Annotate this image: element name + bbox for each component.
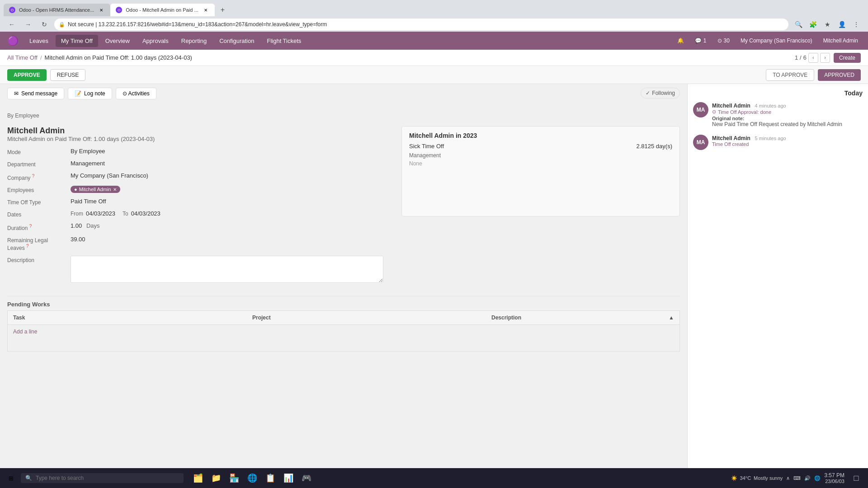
date-to-value[interactable]: 04/03/2023 [131,210,160,217]
description-field: Description [7,256,383,284]
refresh-button[interactable]: ↻ [38,18,51,31]
remaining-value: 39.00 [71,236,383,243]
browser-tab-2[interactable]: O Odoo - Mitchell Admin on Paid ... ✕ [110,4,214,16]
date-from-label: From [71,211,83,217]
browser-tab-1[interactable]: O Odoo - Open HRMS Attendance... ✕ [4,4,110,16]
nav-item-configuration[interactable]: Configuration [214,35,259,47]
taskbar-icon-game[interactable]: 🎮 [298,470,315,486]
mode-value[interactable]: By Employee [71,148,383,155]
tab-title-1: Odoo - Open HRMS Attendance... [19,7,94,13]
time-off-type-field: Time Off Type Paid Time Off [7,198,383,206]
record-subtitle: Mitchell Admin on Paid Time Off: 1.00 da… [7,136,383,142]
company-selector[interactable]: My Company (San Francisco) [738,36,815,46]
following-button[interactable]: ✓ Following [641,88,680,99]
approve-button[interactable]: APPROVE [7,69,47,81]
network-icon[interactable]: 🌐 [814,475,821,481]
duration-number[interactable]: 1.00 [71,222,82,229]
company-value[interactable]: My Company (San Francisco) [71,172,383,179]
user-menu[interactable]: Mitchell Admin [821,36,861,46]
keyboard-icon[interactable]: ⌨ [793,475,801,481]
taskbar-search-icon: 🔍 [25,475,32,481]
approved-button[interactable]: APPROVED [818,69,861,81]
nav-item-reporting[interactable]: Reporting [176,35,212,47]
employee-tag[interactable]: ● Mitchell Admin ✕ [71,186,120,193]
log-note-button[interactable]: 📝 Log note [68,88,112,99]
status-icon-1: ⊙ [712,109,716,115]
breadcrumb-actions: 1 / 6 ‹ › Create [795,53,861,63]
activities-button[interactable]: ⊙ Activities [116,88,156,99]
nav-item-leaves[interactable]: Leaves [24,35,54,47]
forward-button[interactable]: → [22,18,34,31]
breadcrumb-parent[interactable]: All Time Off [7,54,38,61]
tab-close-1[interactable]: ✕ [98,6,105,14]
pending-works-title: Pending Works [7,296,680,310]
new-tab-button[interactable]: + [217,4,229,16]
taskbar-icon-excel[interactable]: 📊 [280,470,297,486]
search-icon[interactable]: 🔍 [792,18,805,31]
refuse-button[interactable]: REFUSE [50,69,86,81]
tag-remove-button[interactable]: ✕ [113,187,117,192]
form-layout: Mitchell Admin Mitchell Admin on Paid Ti… [7,126,680,289]
tab-close-2[interactable]: ✕ [202,6,209,14]
employees-field: Employees ● Mitchell Admin ✕ [7,186,383,193]
taskbar-icon-notes[interactable]: 📋 [262,470,278,486]
add-line-button[interactable]: Add a line [8,325,679,338]
taskbar-right: ☀️ 34°C Mostly sunny ∧ ⌨ 🔊 🌐 3:57 PM 23/… [731,470,864,486]
log-note-label: Log note [84,90,105,97]
taskbar-search[interactable]: 🔍 [21,473,184,483]
weather-desc: Mostly sunny [754,475,783,481]
extensions-icon[interactable]: 🧩 [807,18,819,31]
send-message-label: Send message [21,90,57,97]
profile-icon[interactable]: 👤 [835,18,848,31]
show-desktop-button[interactable]: □ [848,470,864,486]
message-time-2: 5 minutes ago [755,136,786,141]
nav-item-overview[interactable]: Overview [100,35,135,47]
taskbar-icon-explorer[interactable]: 🗂️ [190,470,206,486]
app-logo[interactable]: 🟣 [7,35,19,46]
description-textarea[interactable] [71,256,383,283]
back-button[interactable]: ← [5,18,18,31]
note-icon: 📝 [75,90,81,97]
nav-item-mytimeoff[interactable]: My Time Off [56,35,98,47]
message-content-1: Mitchell Admin 4 minutes ago ⊙ Time Off … [712,102,863,127]
address-bar[interactable]: 🔒 Not secure | 13.232.216.157:8216/web#i… [54,19,788,30]
record-next-button[interactable]: › [820,53,830,63]
status-text-1: Time Off Approval: done [718,109,771,115]
nav-item-flighttickets[interactable]: Flight Tickets [261,35,307,47]
employees-value[interactable]: ● Mitchell Admin ✕ [71,186,383,193]
chevron-up-icon[interactable]: ∧ [786,475,790,481]
sick-time-value: 2.8125 day(s) [637,143,673,150]
sort-icon[interactable]: ▲ [669,314,674,321]
breadcrumb-separator: / [40,54,42,61]
activity-count[interactable]: ⊙ 30 [715,36,732,46]
message-count[interactable]: 💬 1 [692,36,709,46]
employee-name: Mitchell Admin [7,126,383,136]
record-position: 1 [795,54,798,61]
bookmark-icon[interactable]: ★ [821,18,834,31]
menu-icon[interactable]: ⋮ [850,18,863,31]
record-prev-button[interactable]: ‹ [808,53,818,63]
taskbar-clock[interactable]: 3:57 PM 23/06/03 [824,472,844,484]
create-button[interactable]: Create [834,53,861,63]
time-off-type-value[interactable]: Paid Time Off [71,198,383,205]
volume-icon[interactable]: 🔊 [804,475,811,481]
notification-bell[interactable]: 🔔 [675,36,687,46]
time-off-type-label: Time Off Type [7,198,71,206]
start-button[interactable]: ⊞ [4,471,18,485]
taskbar-icon-store[interactable]: 🏪 [226,470,242,486]
breadcrumb-current: Mitchell Admin on Paid Time Off: 1.00 da… [45,54,192,61]
description-value[interactable] [71,256,383,284]
date-from-value[interactable]: 04/03/2023 [86,210,115,217]
to-approve-button[interactable]: TO APPROVE [766,69,814,81]
nav-item-approvals[interactable]: Approvals [137,35,174,47]
mode-label: Mode [7,148,71,155]
breadcrumb-bar: All Time Off / Mitchell Admin on Paid Ti… [0,50,868,66]
taskbar-search-input[interactable] [36,475,179,481]
taskbar-icon-folder[interactable]: 📁 [208,470,224,486]
table-header: Task Project Description ▲ [7,310,680,324]
task-column-header: Task [8,311,247,324]
taskbar-icon-browser[interactable]: 🌐 [244,470,260,486]
send-message-button[interactable]: ✉ Send message [7,88,64,99]
department-value[interactable]: Management [71,160,383,167]
tab-title-2: Odoo - Mitchell Admin on Paid ... [126,7,198,13]
